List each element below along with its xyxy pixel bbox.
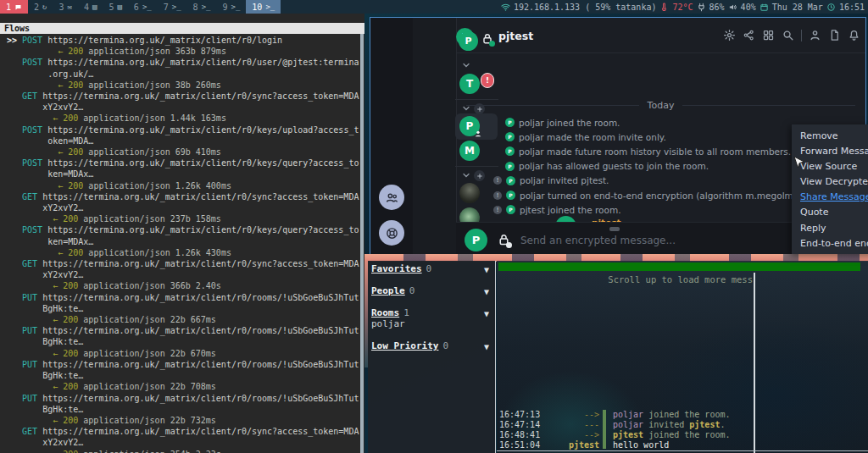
menu-item-reply[interactable]: Reply bbox=[800, 221, 868, 236]
request-url: https://termina.org.uk/_matrix/client/r0… bbox=[47, 225, 359, 235]
flow-row[interactable]: POST https://termina.org.uk/_matrix/clie… bbox=[7, 124, 358, 158]
menu-item-end-to-end-encry[interactable]: End-to-end encry bbox=[800, 236, 868, 251]
room-title: pjtest bbox=[498, 30, 533, 42]
response-meta: application/json 22b 667ms bbox=[83, 315, 216, 324]
menu-item-view-decrypted-s[interactable]: View Decrypted S bbox=[800, 174, 868, 190]
sidebar-room-item[interactable]: poljar bbox=[368, 318, 495, 329]
terminal-scrollbar[interactable] bbox=[360, 34, 364, 453]
encrypted-room-lock-icon bbox=[481, 32, 494, 46]
flow-row[interactable]: GET https://termina.org.uk/_matrix/clien… bbox=[7, 258, 358, 292]
thermometer-icon bbox=[659, 3, 669, 12]
people-button[interactable] bbox=[379, 185, 404, 210]
chat-icon bbox=[14, 3, 22, 11]
help-button[interactable] bbox=[379, 220, 404, 246]
response-meta: application/json 1.44k 163ms bbox=[83, 113, 226, 123]
flow-row[interactable]: POST https://termina.org.uk/_matrix/clie… bbox=[7, 57, 358, 91]
power-plug-icon bbox=[697, 3, 706, 12]
workspace-5[interactable]: 5▤ bbox=[103, 0, 127, 14]
log-gutter: --> bbox=[542, 410, 599, 420]
apps-icon[interactable] bbox=[762, 29, 775, 41]
log-timestamp: 16:48:41 bbox=[497, 430, 542, 440]
event-text: poljar made the room invite only. bbox=[519, 132, 666, 142]
response-status: ← 200 bbox=[53, 382, 78, 391]
flow-response-line: ← 200 application/json 366b 2.40s bbox=[7, 280, 358, 291]
workspace-3[interactable]: 3✉ bbox=[53, 0, 77, 14]
section-count: 0 bbox=[409, 285, 415, 296]
composer-avatar: P bbox=[465, 229, 487, 251]
share-icon[interactable] bbox=[743, 29, 755, 41]
member-icon[interactable] bbox=[809, 29, 821, 41]
workspace-2[interactable]: 2↻ bbox=[28, 0, 53, 14]
header-divider bbox=[801, 30, 802, 41]
flow-row[interactable]: PUT https://termina.org.uk/_matrix/clien… bbox=[7, 393, 358, 427]
flow-row[interactable]: GET https://termina.org.uk/_matrix/clien… bbox=[7, 91, 358, 124]
collapse-triangle-icon[interactable]: ▼ bbox=[484, 341, 489, 352]
request-url: xY2xvY2… bbox=[42, 102, 83, 112]
flow-row[interactable]: >> POST https://termina.org.uk/_matrix/c… bbox=[7, 35, 358, 57]
flow-row[interactable]: PUT https://termina.org.uk/_matrix/clien… bbox=[7, 359, 358, 393]
response-meta: application/json 237b 158ms bbox=[83, 214, 221, 224]
event-info-icon: ! bbox=[493, 176, 502, 185]
message-input[interactable] bbox=[519, 228, 751, 253]
menu-item-remove[interactable]: Remove bbox=[800, 129, 868, 144]
collapse-triangle-icon[interactable]: ▼ bbox=[484, 264, 489, 275]
flow-row[interactable]: PUT https://termina.org.uk/_matrix/clien… bbox=[7, 292, 358, 326]
input-divider bbox=[497, 450, 868, 451]
flow-request-line: PUT https://termina.org.uk/_matrix/clien… bbox=[7, 325, 358, 336]
workspace-10[interactable]: 10>_ bbox=[246, 0, 281, 14]
menu-item-forward-message[interactable]: Forward Message bbox=[800, 144, 868, 159]
workspace-9[interactable]: 9>_ bbox=[216, 0, 246, 14]
settings-icon[interactable] bbox=[723, 29, 736, 41]
sidebar-section: Favorites0▼ bbox=[368, 263, 495, 274]
event-info-icon: ! bbox=[493, 191, 502, 200]
log-message: poljar joined the room. bbox=[599, 410, 730, 420]
sidebar-section-header[interactable]: People0▼ bbox=[368, 285, 495, 296]
room-avatar[interactable]: P bbox=[459, 31, 478, 51]
workspace-8[interactable]: 8>_ bbox=[187, 0, 217, 14]
flow-row[interactable]: GET https://termina.org.uk/_matrix/clien… bbox=[7, 426, 358, 453]
flow-request-line: PUT https://termina.org.uk/_matrix/clien… bbox=[7, 359, 358, 370]
sidebar-section-header[interactable]: Rooms1▼ bbox=[368, 307, 495, 318]
flow-selection-marker bbox=[7, 125, 22, 135]
workspace-7[interactable]: 7>_ bbox=[158, 0, 187, 14]
flow-row[interactable]: POST https://termina.org.uk/_matrix/clie… bbox=[7, 157, 358, 191]
request-url: https://termina.org.uk/_matrix/client/r0… bbox=[47, 58, 359, 67]
flow-row[interactable]: PUT https://termina.org.uk/_matrix/clien… bbox=[7, 325, 358, 359]
app-strip bbox=[370, 18, 413, 258]
volume-icon bbox=[728, 3, 737, 12]
request-url: https://termina.org.uk/_matrix/client/r0… bbox=[42, 360, 359, 369]
gomuks-room-sidebar: Favorites0▼People0▼Rooms1▼poljarLow Prio… bbox=[368, 261, 496, 453]
file-icon[interactable] bbox=[828, 29, 841, 41]
collapse-triangle-icon[interactable]: ▼ bbox=[484, 308, 489, 319]
flow-request-line: POST https://termina.org.uk/_matrix/clie… bbox=[7, 124, 358, 135]
log-line: 16:51:04pjtesthello world bbox=[497, 440, 868, 450]
request-url-wrap: BgHk:te… bbox=[7, 370, 358, 381]
workspace-4[interactable]: 4▤ bbox=[78, 0, 103, 14]
sidebar-section: Low Priority0▼ bbox=[368, 340, 495, 351]
log-gutter: --> bbox=[542, 430, 599, 440]
menu-item-share-message[interactable]: Share Message bbox=[800, 190, 868, 205]
log-timestamp: 16:51:04 bbox=[497, 440, 542, 450]
sidebar-section-header[interactable]: Favorites0▼ bbox=[368, 263, 495, 274]
workspace-6[interactable]: 6>_ bbox=[128, 0, 158, 14]
request-url: xY2xvY2… bbox=[42, 270, 83, 279]
collapse-triangle-icon[interactable]: ▼ bbox=[484, 286, 489, 297]
menu-item-quote[interactable]: Quote bbox=[800, 205, 868, 220]
workspace-1[interactable]: 1 bbox=[0, 0, 28, 14]
flow-row[interactable]: POST https://termina.org.uk/_matrix/clie… bbox=[7, 224, 358, 258]
terminal-icon: >_ bbox=[231, 3, 241, 11]
flow-row[interactable]: GET https://termina.org.uk/_matrix/clien… bbox=[7, 191, 358, 225]
flow-response-line: ← 200 application/json 1.26k 400ms bbox=[7, 180, 358, 191]
search-icon[interactable] bbox=[782, 29, 794, 41]
notifications-icon[interactable] bbox=[848, 29, 860, 41]
menu-item-view-source[interactable]: View Source bbox=[800, 159, 868, 174]
flow-request-line: >> POST https://termina.org.uk/_matrix/c… bbox=[7, 35, 358, 46]
response-status: ← 200 bbox=[53, 113, 78, 123]
section-count: 0 bbox=[442, 340, 448, 351]
workspace-list: 12↻3✉4▤5▤6>_7>_8>_9>_10>_ bbox=[0, 0, 281, 14]
flow-response-line: ← 200 application/json 69b 410ms bbox=[7, 146, 358, 157]
section-label: People bbox=[371, 285, 405, 296]
http-method: GET bbox=[22, 91, 37, 101]
sidebar-section-header[interactable]: Low Priority0▼ bbox=[368, 340, 495, 351]
loading-progress-bar bbox=[498, 262, 860, 271]
